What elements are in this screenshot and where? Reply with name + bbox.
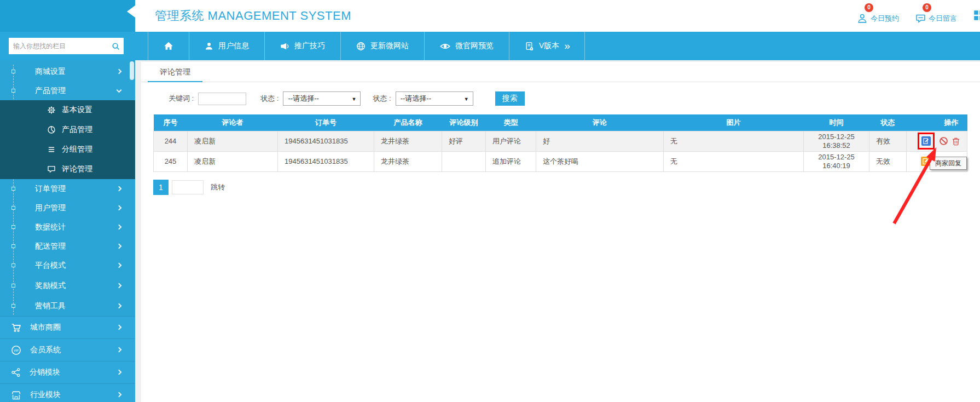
sidebar-item-label: 用户管理: [35, 203, 66, 213]
col-header: 评论者: [188, 114, 278, 131]
chevron-right-icon: [117, 370, 122, 375]
header: 管理系统 MANAGEMENT SYSTEM 0 今日预约 0 今日留言: [135, 0, 980, 32]
cell-level: [442, 151, 486, 171]
status1-select[interactable]: --请选择-- ▼: [283, 91, 361, 106]
share-icon: [11, 367, 21, 377]
page-jump-label[interactable]: 跳转: [211, 182, 225, 192]
sidebar-item-marketing-tools[interactable]: 营销工具: [0, 296, 135, 316]
submenu-item-product-management[interactable]: 产品管理: [0, 120, 135, 140]
nav-v-version[interactable]: V版本 »: [509, 32, 585, 60]
nav-bar: 用户信息 推广技巧 更新微网站 微官网预览 V版本 »: [0, 32, 980, 60]
cell-status: 有效: [869, 131, 907, 151]
merchant-reply-tooltip: 商家回复: [930, 157, 967, 170]
cell-commenter: 凌启新: [188, 131, 278, 151]
gear-icon: [47, 106, 56, 114]
cell-type: 用户评论: [486, 131, 536, 151]
tree-node-icon: [11, 225, 15, 229]
page-number-button[interactable]: 1: [153, 180, 169, 195]
trash-icon[interactable]: [951, 136, 960, 146]
cell-seq: 245: [154, 151, 188, 171]
globe-icon: [356, 42, 366, 51]
sidebar-item-industry-module[interactable]: 行业模块: [0, 383, 135, 402]
nav-user-info[interactable]: 用户信息: [189, 32, 264, 60]
sidebar-item-label: 平台模式: [35, 261, 66, 271]
reply-edit-icon[interactable]: [921, 136, 931, 146]
cell-level: 好评: [442, 131, 486, 151]
sidebar-item-label: 商城设置: [35, 67, 66, 77]
pie-icon: [47, 125, 56, 134]
sidebar-item-city-mall[interactable]: 城市商圈: [0, 316, 135, 338]
nav-update-site[interactable]: 更新微网站: [340, 32, 424, 60]
status2-label: 状态 :: [373, 94, 391, 104]
table-row: 245 凌启新 1945631451031835 龙井绿茶 追加评论 这个茶好喝…: [154, 151, 967, 171]
submenu-item-comment-management[interactable]: 评论管理: [0, 159, 135, 179]
nav-site-preview[interactable]: 微官网预览: [424, 32, 509, 60]
status2-select[interactable]: --请选择-- ▼: [396, 91, 473, 106]
vip-icon: VIP: [11, 345, 21, 355]
chat-bubble-icon: [915, 13, 926, 24]
today-booking[interactable]: 0 今日预约: [857, 3, 899, 24]
sidebar-item-reward-mode[interactable]: 奖励模式: [0, 275, 135, 296]
chevron-right-icon: [117, 224, 122, 229]
cell-comment: 这个茶好喝: [536, 151, 664, 171]
cell-order-no: 1945631451031835: [278, 131, 374, 151]
chevron-right-icon: [117, 303, 122, 308]
cell-time: 2015-12-25 16:40:19: [804, 151, 869, 171]
message-label: 今日留言: [929, 14, 957, 24]
sidebar-item-mall-settings[interactable]: 商城设置: [0, 62, 135, 81]
col-header: 序号: [154, 114, 188, 131]
megaphone-icon: [280, 42, 289, 51]
sidebar-item-distribution-module[interactable]: 分销模块: [0, 361, 135, 383]
product-submenu: 基本设置 产品管理 分组管理 评论管理: [0, 100, 135, 179]
status2-selected-value: --请选择--: [401, 94, 431, 104]
sidebar: 商城设置 产品管理 基本设置 产品管理: [0, 60, 135, 402]
cell-image: 无: [664, 131, 804, 151]
cell-product: 龙井绿茶: [374, 151, 442, 171]
grid-icon[interactable]: [973, 9, 980, 21]
search-button[interactable]: 搜索: [495, 91, 525, 106]
chevron-right-icon: [117, 68, 122, 74]
chevron-right-icon: [117, 325, 122, 330]
page-jump-input[interactable]: [172, 180, 204, 194]
reply-edit-orange-icon[interactable]: [921, 157, 930, 166]
sidebar-search-input[interactable]: [9, 39, 112, 53]
chevron-right-icon: [117, 263, 122, 268]
tree-node-icon: [11, 187, 15, 191]
col-header: 评论: [536, 114, 664, 131]
cell-actions: 商家回复: [907, 151, 967, 171]
cell-type: 追加评论: [486, 151, 536, 171]
nav-promotion-tips[interactable]: 推广技巧: [264, 32, 340, 60]
booking-label: 今日预约: [871, 14, 899, 24]
eye-icon: [440, 41, 450, 51]
nav-label: 推广技巧: [294, 41, 325, 51]
sidebar-item-platform-mode[interactable]: 平台模式: [0, 256, 135, 275]
sidebar-item-user-management[interactable]: 用户管理: [0, 198, 135, 217]
sidebar-item-product-management[interactable]: 产品管理: [0, 81, 135, 100]
chevron-right-icon: [117, 186, 122, 191]
header-notch: [127, 5, 135, 18]
pagination: 1 跳转: [153, 180, 980, 195]
table-row: 244 凌启新 1945631451031835 龙井绿茶 好评 用户评论 好 …: [154, 131, 967, 151]
user-icon: [205, 42, 213, 50]
search-icon[interactable]: [112, 42, 120, 50]
layers-icon: [47, 145, 56, 154]
tab-comment-management[interactable]: 评论管理: [148, 62, 202, 82]
submenu-item-basic-settings[interactable]: 基本设置: [0, 100, 135, 120]
sidebar-item-member-system[interactable]: VIP 会员系统: [0, 338, 135, 361]
sidebar-item-order-management[interactable]: 订单管理: [0, 179, 135, 198]
sidebar-scrollbar[interactable]: [130, 61, 134, 80]
ban-icon[interactable]: [939, 136, 948, 146]
tree-node-icon: [11, 89, 15, 93]
cell-product: 龙井绿茶: [374, 131, 442, 151]
chevrons-right-icon: »: [564, 42, 569, 50]
sidebar-item-data-statistics[interactable]: 数据统计: [0, 217, 135, 237]
today-message[interactable]: 0 今日留言: [915, 3, 957, 24]
message-count-badge: 0: [923, 3, 931, 12]
submenu-item-group-management[interactable]: 分组管理: [0, 140, 135, 159]
nav-home[interactable]: [148, 32, 189, 60]
sidebar-item-delivery-management[interactable]: 配送管理: [0, 237, 135, 256]
nav-label: V版本: [539, 41, 559, 51]
sidebar-search[interactable]: [9, 38, 124, 54]
cell-comment: 好: [536, 131, 664, 151]
keyword-input[interactable]: [198, 93, 246, 105]
